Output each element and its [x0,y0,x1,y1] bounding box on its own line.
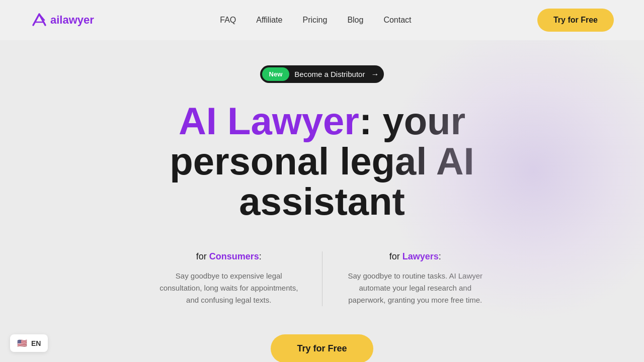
try-free-button-header[interactable]: Try for Free [537,9,614,32]
distributor-badge[interactable]: New Become a Distributor → [260,65,384,83]
nav-affiliate[interactable]: Affiliate [256,16,282,24]
lawyers-label: for Lawyers: [343,251,489,262]
try-free-button-hero[interactable]: Try for Free [271,334,373,362]
logo[interactable]: ailawyer [30,11,94,29]
hero-section: New Become a Distributor → AI Lawyer: yo… [0,40,644,362]
lang-flag: 🇺🇸 [17,338,27,348]
nav-links: FAQ Affiliate Pricing Blog Contact [220,16,411,25]
hero-title: AI Lawyer: your personal legal AI assist… [96,101,548,221]
navbar: ailawyer FAQ Affiliate Pricing Blog Cont… [0,0,644,40]
logo-icon [30,11,48,29]
nav-blog[interactable]: Blog [347,16,363,24]
badge-distributor-text: Become a Distributor [291,67,371,81]
badge-new-label: New [262,67,290,81]
consumers-desc: Say goodbye to expensive legal consultat… [156,270,302,306]
nav-pricing[interactable]: Pricing [302,16,327,24]
consumers-col: for Consumers: Say goodbye to expensive … [136,251,323,306]
hero-title-purple: AI Lawyer [179,100,359,142]
nav-faq[interactable]: FAQ [220,16,236,24]
lawyers-desc: Say goodbye to routine tasks. AI Lawyer … [343,270,489,306]
logo-text: ailawyer [50,14,94,27]
features-row: for Consumers: Say goodbye to expensive … [136,251,508,306]
consumers-highlight: Consumers [209,251,259,261]
lawyers-highlight: Lawyers [403,251,439,261]
consumers-label: for Consumers: [156,251,302,262]
lang-code: EN [31,339,41,347]
nav-contact[interactable]: Contact [383,16,411,24]
badge-arrow-icon: → [371,70,384,79]
lawyers-col: for Lawyers: Say goodbye to routine task… [323,251,509,306]
language-switcher[interactable]: 🇺🇸 EN [10,334,48,352]
